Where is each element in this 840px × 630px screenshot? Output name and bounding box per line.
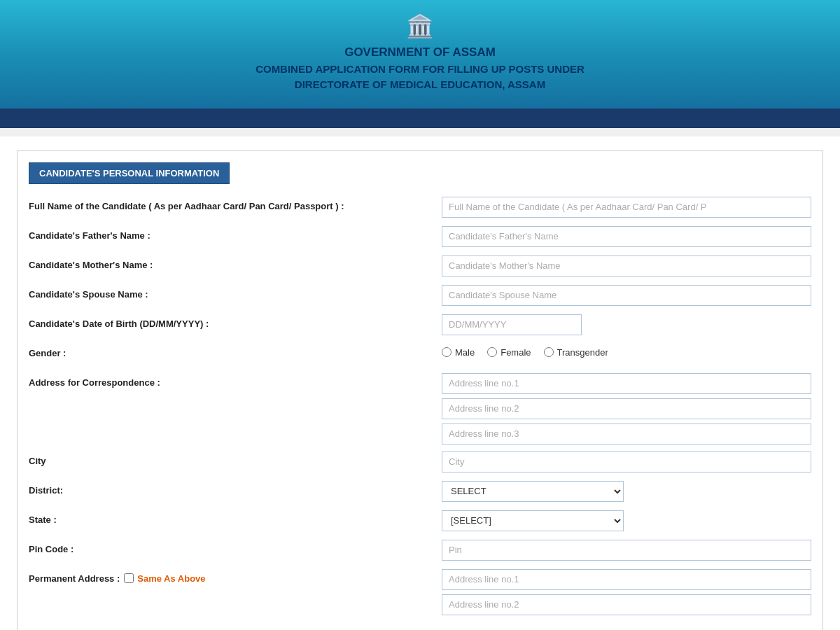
permanent-label-text: Permanent Address : Same As Above — [29, 573, 435, 584]
same-as-above-checkbox[interactable] — [124, 573, 134, 583]
gender-group: Male Female Transgender — [442, 344, 811, 358]
city-input-wrap — [442, 451, 811, 472]
spouse-name-input[interactable] — [442, 285, 811, 306]
gender-row: Gender : Male Female Transgender — [29, 344, 811, 366]
gender-transgender-option[interactable]: Transgender — [544, 347, 608, 358]
permanent-address-input-wrap — [442, 569, 811, 615]
pincode-input-wrap — [442, 540, 811, 561]
address2-input[interactable] — [442, 398, 811, 419]
header-line2: COMBINED APPLICATION FORM FOR FILLING UP… — [14, 62, 826, 78]
dob-input[interactable] — [442, 314, 582, 335]
emblem-icon: 🏛️ — [14, 13, 826, 39]
same-as-above-label: Same As Above — [137, 573, 205, 584]
nav-bar — [0, 108, 840, 128]
state-select[interactable]: [SELECT] — [442, 510, 624, 531]
gender-label: Gender : — [29, 344, 442, 358]
dob-label: Candidate's Date of Birth (DD/MM/YYYY) : — [29, 314, 442, 329]
address1-input[interactable] — [442, 373, 811, 394]
gender-female-radio[interactable] — [487, 347, 497, 357]
city-label: City — [29, 451, 442, 466]
mother-name-input[interactable] — [442, 255, 811, 276]
mother-name-input-wrap — [442, 255, 811, 276]
father-name-row: Candidate's Father's Name : — [29, 226, 811, 248]
pincode-label: Pin Code : — [29, 540, 442, 554]
content-area: CANDIDATE'S PERSONAL INFORMATION Full Na… — [0, 136, 840, 631]
gender-transgender-radio[interactable] — [544, 347, 554, 357]
gender-female-label: Female — [500, 347, 531, 358]
permanent-address-label: Permanent Address : Same As Above — [29, 569, 442, 584]
father-name-input-wrap — [442, 226, 811, 247]
state-row: State : [SELECT] — [29, 510, 811, 533]
spouse-name-label: Candidate's Spouse Name : — [29, 285, 442, 300]
full-name-input[interactable] — [442, 197, 811, 218]
page-header: 🏛️ GOVERNMENT OF ASSAM COMBINED APPLICAT… — [0, 0, 840, 108]
permanent-address-row: Permanent Address : Same As Above — [29, 569, 811, 615]
header-line1: GOVERNMENT OF ASSAM — [14, 43, 826, 62]
gender-female-option[interactable]: Female — [487, 347, 531, 358]
form-section: CANDIDATE'S PERSONAL INFORMATION Full Na… — [17, 150, 823, 631]
spouse-name-input-wrap — [442, 285, 811, 306]
gender-transgender-label: Transgender — [557, 347, 608, 358]
gender-male-radio[interactable] — [442, 347, 451, 357]
address-row: Address for Correspondence : — [29, 373, 811, 444]
perm-address2-input[interactable] — [442, 594, 811, 615]
father-name-label: Candidate's Father's Name : — [29, 226, 442, 241]
address-label: Address for Correspondence : — [29, 373, 442, 388]
full-name-label: Full Name of the Candidate ( As per Aadh… — [29, 197, 442, 211]
district-label: District: — [29, 481, 442, 496]
full-name-input-wrap — [442, 197, 811, 218]
district-row: District: SELECT — [29, 481, 811, 503]
permanent-label-main: Permanent Address : — [29, 573, 120, 584]
mother-name-label: Candidate's Mother's Name : — [29, 255, 442, 270]
gender-male-label: Male — [455, 347, 475, 358]
district-select-wrap: SELECT — [442, 481, 811, 502]
state-label: State : — [29, 510, 442, 525]
gender-options-wrap: Male Female Transgender — [442, 344, 811, 358]
header-title: GOVERNMENT OF ASSAM COMBINED APPLICATION… — [14, 43, 826, 93]
state-select-wrap: [SELECT] — [442, 510, 811, 531]
city-row: City — [29, 451, 811, 474]
perm-address1-input[interactable] — [442, 569, 811, 590]
city-input[interactable] — [442, 451, 811, 472]
pincode-row: Pin Code : — [29, 540, 811, 562]
section-title: CANDIDATE'S PERSONAL INFORMATION — [29, 162, 230, 184]
dob-input-wrap — [442, 314, 811, 335]
dob-row: Candidate's Date of Birth (DD/MM/YYYY) : — [29, 314, 811, 337]
address3-input[interactable] — [442, 424, 811, 444]
mother-name-row: Candidate's Mother's Name : — [29, 255, 811, 278]
full-name-row: Full Name of the Candidate ( As per Aadh… — [29, 197, 811, 219]
header-line3: DIRECTORATE OF MEDICAL EDUCATION, ASSAM — [14, 77, 826, 93]
father-name-input[interactable] — [442, 226, 811, 247]
spouse-name-row: Candidate's Spouse Name : — [29, 285, 811, 307]
pincode-input[interactable] — [442, 540, 811, 561]
gender-male-option[interactable]: Male — [442, 347, 475, 358]
district-select[interactable]: SELECT — [442, 481, 624, 502]
address-input-wrap — [442, 373, 811, 444]
